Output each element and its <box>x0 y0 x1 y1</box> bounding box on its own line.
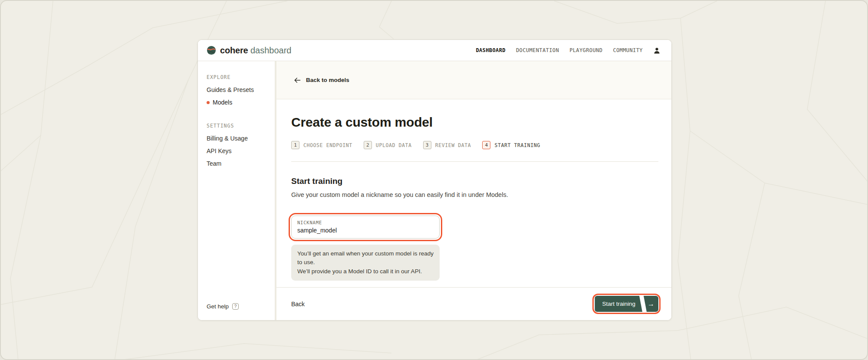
cohere-logo[interactable]: cohere dashboard <box>207 46 291 56</box>
step-start-training: 4 START TRAINING <box>482 141 540 149</box>
start-training-description: Give your custom model a nickname so you… <box>291 191 658 198</box>
sidebar-heading-explore: EXPLORE <box>207 74 269 80</box>
nav-playground[interactable]: PLAYGROUND <box>569 47 602 53</box>
step-number: 1 <box>291 141 299 149</box>
arrow-left-icon <box>294 77 301 84</box>
page-title: Create a custom model <box>291 115 658 130</box>
info-line: You’ll get an email when your custom mod… <box>297 249 434 267</box>
start-training-highlight-ring: Start training → <box>595 296 658 312</box>
sidebar-item-models[interactable]: Models <box>207 99 269 106</box>
sidebar-item-guides-presets[interactable]: Guides & Presets <box>207 86 269 93</box>
sidebar-item-billing-usage[interactable]: Billing & Usage <box>207 135 269 142</box>
start-training-heading: Start training <box>291 177 658 186</box>
top-nav-links: DASHBOARD DOCUMENTATION PLAYGROUND COMMU… <box>476 47 661 54</box>
back-to-models-label: Back to models <box>306 77 349 83</box>
cohere-logo-icon <box>207 46 216 55</box>
app-window: cohere dashboard DASHBOARD DOCUMENTATION… <box>197 39 672 321</box>
back-to-models-link[interactable]: Back to models <box>294 77 349 84</box>
active-page-dot-icon <box>207 101 210 104</box>
start-training-button-label: Start training <box>595 296 642 312</box>
nickname-field-label: NICKNAME <box>297 220 434 225</box>
page-background: cohere dashboard DASHBOARD DOCUMENTATION… <box>0 0 868 360</box>
nav-community[interactable]: COMMUNITY <box>613 47 643 53</box>
info-line: We’ll provide you a Model ID to call it … <box>297 267 434 276</box>
step-number: 2 <box>364 141 372 149</box>
nav-dashboard[interactable]: DASHBOARD <box>476 47 506 53</box>
sidebar-item-api-keys[interactable]: API Keys <box>207 147 269 154</box>
step-label: CHOOSE ENDPOINT <box>303 142 352 148</box>
step-label: REVIEW DATA <box>435 142 471 148</box>
sidebar-item-label: Team <box>207 160 221 167</box>
nickname-input[interactable] <box>297 227 434 234</box>
nickname-highlight-ring: NICKNAME <box>291 216 440 239</box>
main-content: Back to models Create a custom model 1 C… <box>276 61 671 320</box>
step-label: START TRAINING <box>494 142 540 148</box>
sidebar-item-label: Billing & Usage <box>207 135 248 142</box>
sidebar-item-label: Guides & Presets <box>207 86 254 93</box>
wizard-footer: Back Start training → <box>276 287 671 320</box>
brand-suffix: dashboard <box>250 46 292 55</box>
start-training-button[interactable]: Start training → <box>595 296 658 312</box>
arrow-right-icon: → <box>644 296 658 312</box>
step-upload-data: 2 UPLOAD DATA <box>364 141 412 149</box>
sidebar-item-team[interactable]: Team <box>207 160 269 167</box>
user-account-button[interactable] <box>653 47 661 54</box>
wizard-stepper: 1 CHOOSE ENDPOINT 2 UPLOAD DATA 3 REVIEW… <box>291 141 658 149</box>
user-icon <box>653 47 661 54</box>
sidebar-heading-settings: SETTINGS <box>207 123 269 129</box>
sidebar-item-label: API Keys <box>207 147 232 154</box>
email-info-note: You’ll get an email when your custom mod… <box>291 245 440 281</box>
get-help-link[interactable]: Get help ? <box>207 303 269 310</box>
nav-documentation[interactable]: DOCUMENTATION <box>516 47 559 53</box>
step-number: 3 <box>423 141 431 149</box>
step-label: UPLOAD DATA <box>376 142 412 148</box>
back-button[interactable]: Back <box>291 301 305 308</box>
step-number: 4 <box>482 141 490 149</box>
sidebar: EXPLORE Guides & Presets Models SETTINGS… <box>198 61 276 320</box>
sidebar-item-label: Models <box>213 99 232 106</box>
nickname-field-group: NICKNAME <box>291 216 440 239</box>
top-navigation-bar: cohere dashboard DASHBOARD DOCUMENTATION… <box>198 40 671 61</box>
back-row: Back to models <box>276 61 671 99</box>
step-review-data: 3 REVIEW DATA <box>423 141 471 149</box>
question-mark-icon: ? <box>232 303 239 310</box>
brand-name: cohere <box>220 46 248 55</box>
step-choose-endpoint: 1 CHOOSE ENDPOINT <box>291 141 352 149</box>
get-help-label: Get help <box>207 303 229 310</box>
divider <box>291 161 658 162</box>
